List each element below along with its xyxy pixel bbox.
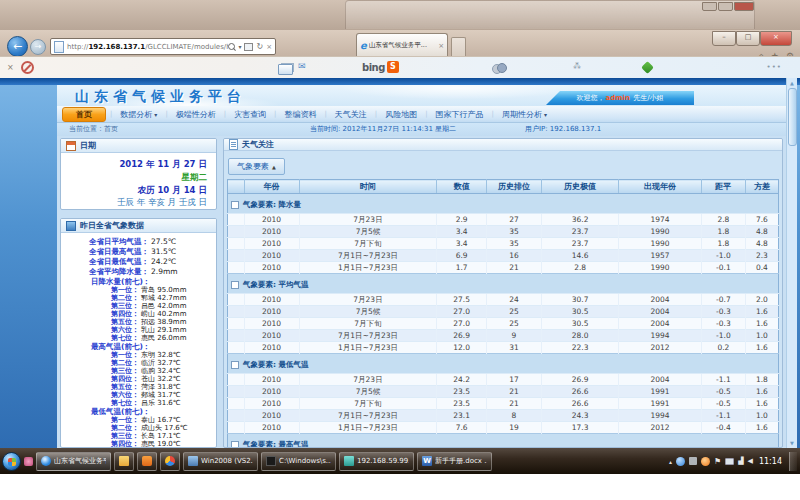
card-icon[interactable]: [278, 64, 293, 75]
bing-logo[interactable]: bingS: [362, 61, 399, 73]
col-header[interactable]: 方差: [745, 180, 778, 194]
scroll-up-icon[interactable]: ▲: [787, 80, 797, 86]
table-row[interactable]: 20107月5候23.52126.61991-0.51.6: [228, 386, 779, 398]
search-icon[interactable]: [228, 43, 235, 50]
table-row[interactable]: 20101月1日~7月23日1.7212.81990-0.10.4: [228, 262, 779, 274]
table-row[interactable]: 20107月1日~7月23日6.91614.61957-1.02.3: [228, 250, 779, 262]
blue-app-tray-icon[interactable]: [676, 457, 685, 466]
checkbox[interactable]: [231, 361, 239, 369]
chevron-down-icon[interactable]: ▾: [238, 43, 241, 50]
overflow-dots-icon[interactable]: •••: [767, 63, 782, 71]
menu-item-disaster-query[interactable]: 灾害查询: [226, 109, 274, 120]
show-desktop-button[interactable]: [789, 452, 797, 471]
task-label: 新手手册.docx ...: [435, 456, 487, 466]
table-group-row[interactable]: 气象要素: 平均气温: [228, 274, 779, 294]
minimize-button[interactable]: –: [712, 31, 736, 46]
weather-stats: 全省日平均气温：27.5℃全省日最高气温：31.5℃全省日最低气温：24.2℃全…: [61, 233, 216, 448]
maximize-button[interactable]: □: [736, 31, 760, 46]
taskbar-button-app-media[interactable]: [160, 452, 180, 471]
rank-label: 第三位：: [65, 367, 139, 375]
close-icon[interactable]: ×: [7, 63, 14, 72]
minimize-icon[interactable]: [702, 2, 717, 11]
browser-tab[interactable]: e 山东省气候业务平... ×: [356, 33, 448, 57]
table-row[interactable]: 20107月5候27.02530.52004-0.31.6: [228, 306, 779, 318]
taskbar-button-remote[interactable]: 192.168.59.99...: [339, 452, 414, 471]
menu-item-data-analysis[interactable]: 数据分析▾: [112, 109, 165, 120]
menu-item-weather-focus[interactable]: 天气关注: [327, 109, 375, 120]
compatibility-icon[interactable]: [244, 43, 253, 51]
window-icon: [188, 456, 198, 466]
col-header[interactable]: 数值: [437, 180, 487, 194]
menu-item-risk-map[interactable]: 风险地图: [377, 109, 425, 120]
coins-icon[interactable]: [492, 63, 507, 73]
table-row[interactable]: 20107月下旬23.52126.61991-0.51.6: [228, 398, 779, 410]
table-row[interactable]: 20101月1日~7月23日12.03122.320120.21.6: [228, 342, 779, 354]
taskbar-button-doc[interactable]: W新手手册.docx ...: [417, 452, 492, 471]
table-row[interactable]: 20107月下旬3.43523.719901.84.8: [228, 238, 779, 250]
action-center-flag-icon[interactable]: ⚑: [714, 457, 721, 466]
col-header[interactable]: 时间: [299, 180, 437, 194]
col-header[interactable]: 出现年份: [619, 180, 702, 194]
volume-icon[interactable]: ◀: [748, 457, 753, 465]
col-header[interactable]: 距平: [701, 180, 745, 194]
table-row[interactable]: 20107月5候3.43523.719901.84.8: [228, 226, 779, 238]
maximize-icon[interactable]: [718, 2, 733, 11]
taskbar-button-ie[interactable]: 山东省气候业务平...: [36, 452, 111, 471]
menu-item-home[interactable]: 首页: [62, 107, 106, 122]
desktop-background: [0, 0, 800, 30]
firefox-icon[interactable]: [701, 457, 710, 466]
page-scrollbar[interactable]: ▲ ▼: [786, 78, 797, 448]
address-bar[interactable]: http://192.168.137.1/GLCCLIMATE/modules/…: [50, 38, 276, 55]
hidden-icons-chevron[interactable]: ▴: [669, 458, 672, 465]
mail-icon[interactable]: ✉: [298, 61, 306, 71]
weather-section-title: 最低气温(前七)：: [65, 407, 212, 416]
taskbar-clock[interactable]: 11:14: [759, 457, 782, 466]
taskbar-button-cmd[interactable]: C:\Windows\s...: [261, 452, 336, 471]
checkbox[interactable]: [231, 441, 239, 449]
menu-item-national-products[interactable]: 国家下行产品: [428, 109, 492, 120]
start-button[interactable]: [2, 452, 21, 471]
new-tab-button[interactable]: [451, 37, 466, 57]
table-row[interactable]: 20107月1日~7月23日23.1824.31994-1.11.0: [228, 410, 779, 422]
back-button[interactable]: ←: [7, 36, 28, 57]
menu-item-extreme-analysis[interactable]: 极端性分析: [168, 109, 224, 120]
menu-item-periodic-analysis[interactable]: 周期性分析▾: [494, 109, 555, 120]
taskbar-button-folder[interactable]: [114, 452, 134, 471]
col-header[interactable]: 历史极值: [542, 180, 619, 194]
taskbar-button-app-orange[interactable]: [137, 452, 157, 471]
ime-icon[interactable]: [689, 457, 697, 465]
table-group-row[interactable]: 气象要素: 最低气温: [228, 354, 779, 374]
checkbox[interactable]: [231, 201, 239, 209]
pinned-app-icon[interactable]: [24, 457, 33, 466]
table-row[interactable]: 20101月1日~7月23日7.61917.32012-0.41.6: [228, 422, 779, 434]
close-button[interactable]: ×: [760, 31, 792, 46]
plugin-icon[interactable]: [641, 61, 654, 74]
stop-icon[interactable]: ×: [266, 43, 272, 51]
table-group-row[interactable]: 气象要素: 最高气温: [228, 434, 779, 449]
menu-item-compiled-data[interactable]: 整编资料: [276, 109, 324, 120]
table-row[interactable]: 20107月23日2.92736.219742.87.6: [228, 214, 779, 226]
scroll-down-icon[interactable]: ▼: [787, 440, 797, 446]
weather-rank-item: 第一位：青岛 95.0mm: [65, 286, 212, 294]
forward-button[interactable]: →: [30, 39, 46, 55]
table-row[interactable]: 20107月23日27.52430.72004-0.72.0: [228, 294, 779, 306]
refresh-icon[interactable]: ↻: [256, 42, 263, 51]
network-icon[interactable]: ▟: [738, 457, 743, 465]
table-row[interactable]: 20107月下旬27.02530.52004-0.31.6: [228, 318, 779, 330]
taskbar-button-win2008[interactable]: Win2008 (VS2...: [183, 452, 258, 471]
cell: 2010: [244, 342, 299, 354]
scrollbar-thumb[interactable]: [788, 88, 797, 146]
col-header[interactable]: 历史排位: [486, 180, 541, 194]
checkbox[interactable]: [231, 281, 239, 289]
cell: 25: [486, 306, 541, 318]
signal-icon[interactable]: ⁂: [573, 62, 581, 71]
table-row[interactable]: 20107月1日~7月23日26.9928.01994-1.01.0: [228, 330, 779, 342]
display-icon[interactable]: [725, 458, 734, 465]
table-group-row[interactable]: 气象要素: 降水量: [228, 194, 779, 214]
close-icon[interactable]: [734, 2, 754, 11]
col-header[interactable]: 年份: [244, 180, 299, 194]
rank-label: 第二位：: [65, 359, 139, 367]
tab-close-icon[interactable]: ×: [438, 42, 444, 50]
table-row[interactable]: 20107月23日24.21726.92004-1.11.8: [228, 374, 779, 386]
element-filter-button[interactable]: 气象要素 ▲: [228, 158, 285, 175]
